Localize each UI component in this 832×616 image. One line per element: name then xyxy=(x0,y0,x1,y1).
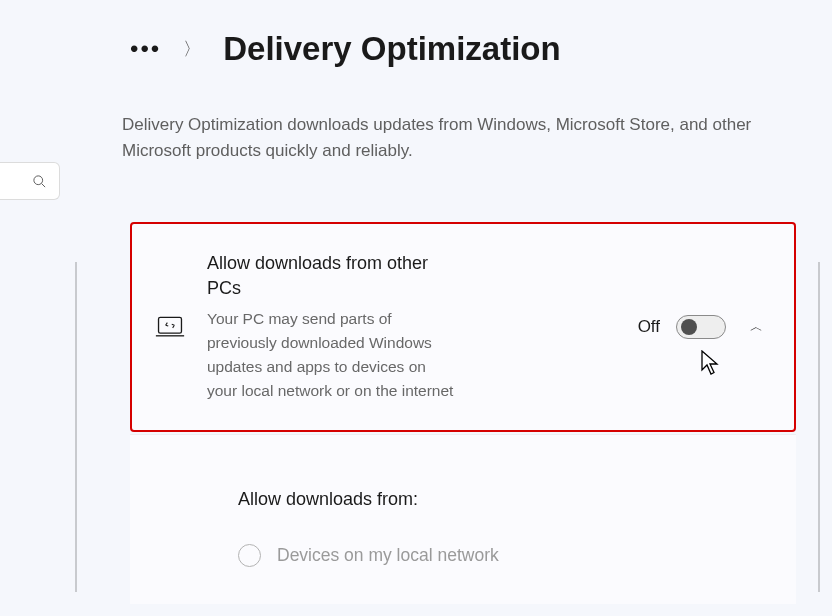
chevron-up-icon[interactable]: ︿ xyxy=(742,318,770,336)
breadcrumb: ••• 〉 Delivery Optimization xyxy=(130,30,561,68)
radio-label: Devices on my local network xyxy=(277,545,499,566)
laptop-sync-icon xyxy=(132,316,207,338)
radio-icon xyxy=(238,544,261,567)
allow-downloads-card: Allow downloads from other PCs Your PC m… xyxy=(130,222,796,432)
search-icon xyxy=(32,174,47,189)
divider xyxy=(75,262,77,592)
svg-line-1 xyxy=(42,183,46,187)
radio-option-local-network[interactable]: Devices on my local network xyxy=(238,544,796,567)
divider xyxy=(818,262,820,592)
page-title: Delivery Optimization xyxy=(223,30,560,68)
card-subtitle: Your PC may send parts of previously dow… xyxy=(207,307,457,403)
chevron-right-icon: 〉 xyxy=(183,37,201,61)
svg-point-0 xyxy=(34,175,43,184)
allow-downloads-toggle[interactable] xyxy=(676,315,726,339)
allow-from-panel: Allow downloads from: Devices on my loca… xyxy=(130,434,796,604)
card-title: Allow downloads from other PCs xyxy=(207,251,457,301)
search-input[interactable] xyxy=(0,162,60,200)
svg-rect-2 xyxy=(158,317,181,333)
toggle-knob xyxy=(681,319,697,335)
breadcrumb-more-icon[interactable]: ••• xyxy=(130,35,161,63)
page-description: Delivery Optimization downloads updates … xyxy=(122,112,776,163)
allow-from-title: Allow downloads from: xyxy=(238,489,796,510)
toggle-state-label: Off xyxy=(638,317,660,337)
